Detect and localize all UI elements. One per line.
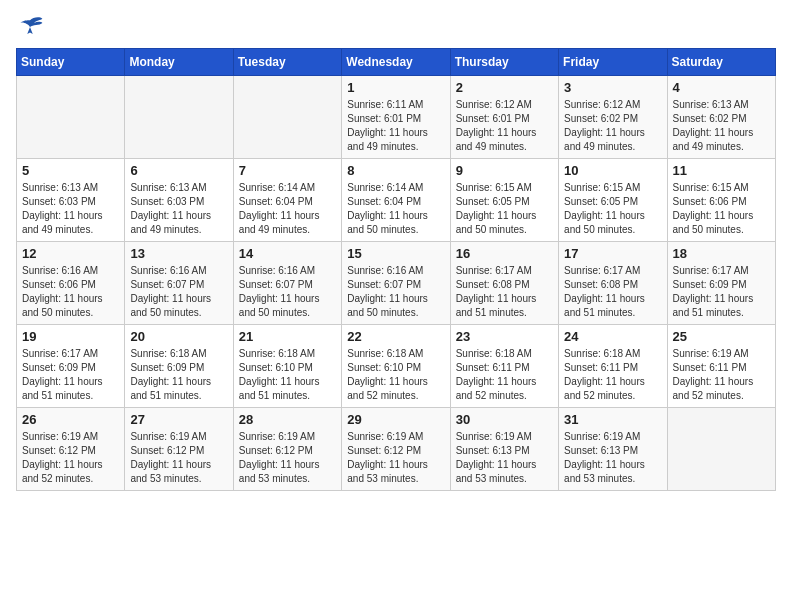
day-number: 5 <box>22 163 119 178</box>
day-number: 24 <box>564 329 661 344</box>
calendar-cell: 21Sunrise: 6:18 AMSunset: 6:10 PMDayligh… <box>233 325 341 408</box>
day-info: Sunrise: 6:14 AMSunset: 6:04 PMDaylight:… <box>239 181 336 237</box>
day-info: Sunrise: 6:19 AMSunset: 6:12 PMDaylight:… <box>347 430 444 486</box>
day-info: Sunrise: 6:17 AMSunset: 6:09 PMDaylight:… <box>22 347 119 403</box>
day-info: Sunrise: 6:13 AMSunset: 6:03 PMDaylight:… <box>130 181 227 237</box>
day-info: Sunrise: 6:18 AMSunset: 6:09 PMDaylight:… <box>130 347 227 403</box>
day-info: Sunrise: 6:18 AMSunset: 6:10 PMDaylight:… <box>239 347 336 403</box>
calendar-cell <box>17 76 125 159</box>
day-number: 21 <box>239 329 336 344</box>
day-number: 26 <box>22 412 119 427</box>
weekday-header-tuesday: Tuesday <box>233 49 341 76</box>
day-number: 3 <box>564 80 661 95</box>
day-number: 17 <box>564 246 661 261</box>
day-number: 16 <box>456 246 553 261</box>
day-info: Sunrise: 6:19 AMSunset: 6:13 PMDaylight:… <box>564 430 661 486</box>
calendar-cell: 9Sunrise: 6:15 AMSunset: 6:05 PMDaylight… <box>450 159 558 242</box>
calendar-cell: 19Sunrise: 6:17 AMSunset: 6:09 PMDayligh… <box>17 325 125 408</box>
calendar-cell: 11Sunrise: 6:15 AMSunset: 6:06 PMDayligh… <box>667 159 775 242</box>
day-number: 29 <box>347 412 444 427</box>
calendar-cell: 25Sunrise: 6:19 AMSunset: 6:11 PMDayligh… <box>667 325 775 408</box>
weekday-header-sunday: Sunday <box>17 49 125 76</box>
calendar-cell: 24Sunrise: 6:18 AMSunset: 6:11 PMDayligh… <box>559 325 667 408</box>
day-info: Sunrise: 6:13 AMSunset: 6:03 PMDaylight:… <box>22 181 119 237</box>
calendar-week-2: 5Sunrise: 6:13 AMSunset: 6:03 PMDaylight… <box>17 159 776 242</box>
weekday-header-row: SundayMondayTuesdayWednesdayThursdayFrid… <box>17 49 776 76</box>
calendar-cell: 14Sunrise: 6:16 AMSunset: 6:07 PMDayligh… <box>233 242 341 325</box>
day-info: Sunrise: 6:16 AMSunset: 6:07 PMDaylight:… <box>347 264 444 320</box>
calendar-cell: 6Sunrise: 6:13 AMSunset: 6:03 PMDaylight… <box>125 159 233 242</box>
calendar-cell: 29Sunrise: 6:19 AMSunset: 6:12 PMDayligh… <box>342 408 450 491</box>
day-info: Sunrise: 6:13 AMSunset: 6:02 PMDaylight:… <box>673 98 770 154</box>
calendar-table: SundayMondayTuesdayWednesdayThursdayFrid… <box>16 48 776 491</box>
calendar-cell: 23Sunrise: 6:18 AMSunset: 6:11 PMDayligh… <box>450 325 558 408</box>
page-header <box>16 16 776 38</box>
calendar-cell: 7Sunrise: 6:14 AMSunset: 6:04 PMDaylight… <box>233 159 341 242</box>
weekday-header-friday: Friday <box>559 49 667 76</box>
day-number: 25 <box>673 329 770 344</box>
calendar-cell: 26Sunrise: 6:19 AMSunset: 6:12 PMDayligh… <box>17 408 125 491</box>
day-number: 9 <box>456 163 553 178</box>
calendar-cell: 17Sunrise: 6:17 AMSunset: 6:08 PMDayligh… <box>559 242 667 325</box>
calendar-cell <box>667 408 775 491</box>
day-info: Sunrise: 6:19 AMSunset: 6:13 PMDaylight:… <box>456 430 553 486</box>
day-number: 6 <box>130 163 227 178</box>
day-number: 22 <box>347 329 444 344</box>
day-info: Sunrise: 6:19 AMSunset: 6:12 PMDaylight:… <box>22 430 119 486</box>
day-info: Sunrise: 6:17 AMSunset: 6:08 PMDaylight:… <box>456 264 553 320</box>
day-number: 18 <box>673 246 770 261</box>
day-info: Sunrise: 6:15 AMSunset: 6:06 PMDaylight:… <box>673 181 770 237</box>
day-number: 12 <box>22 246 119 261</box>
calendar-cell: 30Sunrise: 6:19 AMSunset: 6:13 PMDayligh… <box>450 408 558 491</box>
day-number: 4 <box>673 80 770 95</box>
day-number: 7 <box>239 163 336 178</box>
day-number: 1 <box>347 80 444 95</box>
calendar-cell: 10Sunrise: 6:15 AMSunset: 6:05 PMDayligh… <box>559 159 667 242</box>
day-info: Sunrise: 6:17 AMSunset: 6:08 PMDaylight:… <box>564 264 661 320</box>
calendar-week-1: 1Sunrise: 6:11 AMSunset: 6:01 PMDaylight… <box>17 76 776 159</box>
day-info: Sunrise: 6:15 AMSunset: 6:05 PMDaylight:… <box>456 181 553 237</box>
calendar-cell: 31Sunrise: 6:19 AMSunset: 6:13 PMDayligh… <box>559 408 667 491</box>
day-number: 11 <box>673 163 770 178</box>
day-number: 10 <box>564 163 661 178</box>
weekday-header-monday: Monday <box>125 49 233 76</box>
day-number: 28 <box>239 412 336 427</box>
day-info: Sunrise: 6:18 AMSunset: 6:11 PMDaylight:… <box>564 347 661 403</box>
calendar-cell: 2Sunrise: 6:12 AMSunset: 6:01 PMDaylight… <box>450 76 558 159</box>
calendar-cell: 16Sunrise: 6:17 AMSunset: 6:08 PMDayligh… <box>450 242 558 325</box>
day-info: Sunrise: 6:15 AMSunset: 6:05 PMDaylight:… <box>564 181 661 237</box>
calendar-cell: 15Sunrise: 6:16 AMSunset: 6:07 PMDayligh… <box>342 242 450 325</box>
day-info: Sunrise: 6:19 AMSunset: 6:12 PMDaylight:… <box>239 430 336 486</box>
day-info: Sunrise: 6:18 AMSunset: 6:11 PMDaylight:… <box>456 347 553 403</box>
day-number: 27 <box>130 412 227 427</box>
calendar-body: 1Sunrise: 6:11 AMSunset: 6:01 PMDaylight… <box>17 76 776 491</box>
calendar-cell: 5Sunrise: 6:13 AMSunset: 6:03 PMDaylight… <box>17 159 125 242</box>
calendar-cell <box>125 76 233 159</box>
day-number: 30 <box>456 412 553 427</box>
calendar-week-3: 12Sunrise: 6:16 AMSunset: 6:06 PMDayligh… <box>17 242 776 325</box>
day-number: 2 <box>456 80 553 95</box>
day-number: 20 <box>130 329 227 344</box>
weekday-header-wednesday: Wednesday <box>342 49 450 76</box>
calendar-cell: 8Sunrise: 6:14 AMSunset: 6:04 PMDaylight… <box>342 159 450 242</box>
logo <box>16 16 48 38</box>
day-info: Sunrise: 6:16 AMSunset: 6:06 PMDaylight:… <box>22 264 119 320</box>
calendar-cell: 13Sunrise: 6:16 AMSunset: 6:07 PMDayligh… <box>125 242 233 325</box>
day-number: 8 <box>347 163 444 178</box>
calendar-cell: 20Sunrise: 6:18 AMSunset: 6:09 PMDayligh… <box>125 325 233 408</box>
calendar-cell: 22Sunrise: 6:18 AMSunset: 6:10 PMDayligh… <box>342 325 450 408</box>
day-number: 13 <box>130 246 227 261</box>
calendar-cell: 12Sunrise: 6:16 AMSunset: 6:06 PMDayligh… <box>17 242 125 325</box>
weekday-header-saturday: Saturday <box>667 49 775 76</box>
day-info: Sunrise: 6:14 AMSunset: 6:04 PMDaylight:… <box>347 181 444 237</box>
calendar-cell: 28Sunrise: 6:19 AMSunset: 6:12 PMDayligh… <box>233 408 341 491</box>
day-number: 31 <box>564 412 661 427</box>
calendar-week-4: 19Sunrise: 6:17 AMSunset: 6:09 PMDayligh… <box>17 325 776 408</box>
day-number: 19 <box>22 329 119 344</box>
day-info: Sunrise: 6:12 AMSunset: 6:02 PMDaylight:… <box>564 98 661 154</box>
day-info: Sunrise: 6:16 AMSunset: 6:07 PMDaylight:… <box>239 264 336 320</box>
weekday-header-thursday: Thursday <box>450 49 558 76</box>
day-info: Sunrise: 6:19 AMSunset: 6:12 PMDaylight:… <box>130 430 227 486</box>
day-info: Sunrise: 6:16 AMSunset: 6:07 PMDaylight:… <box>130 264 227 320</box>
day-number: 14 <box>239 246 336 261</box>
